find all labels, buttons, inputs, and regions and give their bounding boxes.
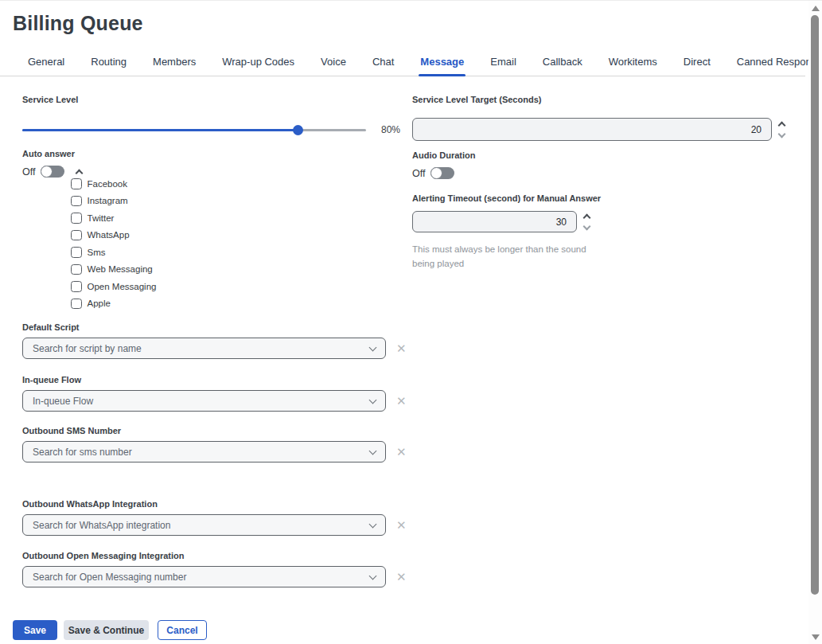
service-level-target-label: Service Level Target (Seconds): [412, 95, 810, 104]
checkbox-label: Web Messaging: [88, 264, 153, 274]
checkbox-label: Sms: [88, 248, 106, 257]
default-script-field: Default Script Search for script by name…: [22, 322, 416, 359]
stepper-down-icon[interactable]: [778, 130, 786, 138]
service-level-target-stepper: [779, 123, 785, 137]
alerting-timeout-field: Alerting Timeout (second) for Manual Ans…: [412, 193, 601, 271]
slider-fill: [22, 129, 298, 131]
tab-email[interactable]: Email: [490, 56, 516, 76]
tab-bar: General Routing Members Wrap-up Codes Vo…: [0, 53, 805, 76]
cancel-button[interactable]: Cancel: [158, 620, 207, 640]
save-and-continue-button[interactable]: Save & Continue: [64, 620, 149, 640]
checkbox-row-web-messaging[interactable]: Web Messaging: [71, 261, 156, 279]
chevron-down-icon: [369, 520, 377, 528]
chevron-down-icon: [369, 343, 377, 351]
stepper-up-icon[interactable]: [583, 213, 591, 221]
auto-answer-toggle[interactable]: [41, 166, 64, 178]
outbound-open-messaging-label: Outbound Open Messaging Integration: [22, 551, 416, 560]
vertical-scrollbar[interactable]: [808, 1, 822, 644]
tab-voice[interactable]: Voice: [321, 56, 346, 76]
service-level-slider: 80%: [22, 124, 420, 135]
checkbox-row-facebook[interactable]: Facebook: [71, 175, 156, 193]
billing-queue-page: Billing Queue General Routing Members Wr…: [0, 0, 822, 644]
stepper-down-icon[interactable]: [583, 222, 591, 230]
tab-wrap-up-codes[interactable]: Wrap-up Codes: [222, 56, 294, 76]
clear-icon[interactable]: ✕: [396, 395, 407, 407]
outbound-open-messaging-field: Outbound Open Messaging Integration Sear…: [22, 551, 416, 587]
checkbox-icon[interactable]: [71, 178, 82, 189]
clear-icon[interactable]: ✕: [396, 446, 407, 458]
outbound-whatsapp-field: Outbound WhatsApp Integration Search for…: [22, 499, 416, 536]
checkbox-row-whatsapp[interactable]: WhatsApp: [71, 227, 156, 244]
tab-members[interactable]: Members: [153, 56, 196, 76]
in-queue-flow-select[interactable]: In-queue Flow: [22, 390, 386, 412]
tab-general[interactable]: General: [28, 56, 64, 76]
clear-icon[interactable]: ✕: [396, 342, 407, 354]
clear-icon[interactable]: ✕: [396, 519, 407, 531]
default-script-select[interactable]: Search for script by name: [22, 338, 386, 359]
auto-answer-state: Off: [22, 166, 35, 178]
in-queue-flow-label: In-queue Flow: [22, 375, 416, 384]
tab-message[interactable]: Message: [420, 56, 464, 76]
outbound-sms-label: Outbound SMS Number: [22, 426, 416, 435]
service-level-target-input[interactable]: [412, 118, 772, 141]
tab-callback[interactable]: Callback: [543, 56, 582, 76]
checkbox-row-open-messaging[interactable]: Open Messaging: [71, 278, 156, 295]
alerting-timeout-input[interactable]: [412, 211, 577, 232]
audio-duration-toggle[interactable]: [430, 167, 454, 179]
checkbox-icon[interactable]: [71, 264, 82, 275]
select-placeholder: Search for Open Messaging number: [33, 572, 186, 583]
checkbox-icon[interactable]: [71, 213, 82, 224]
clear-icon[interactable]: ✕: [396, 571, 407, 583]
outbound-open-messaging-select[interactable]: Search for Open Messaging number: [22, 566, 386, 587]
checkbox-row-sms[interactable]: Sms: [71, 244, 156, 261]
alerting-timeout-stepper: [584, 215, 590, 229]
footer-actions: Save Save & Continue Cancel: [13, 620, 207, 640]
scroll-up-icon[interactable]: [812, 6, 820, 11]
audio-duration-field: Audio Duration Off: [412, 150, 475, 179]
service-level-value: 80%: [381, 124, 400, 135]
slider-thumb[interactable]: [293, 125, 303, 135]
checkbox-label: Apple: [88, 299, 111, 308]
select-placeholder: Search for sms number: [33, 447, 132, 458]
chevron-down-icon: [369, 572, 377, 580]
select-placeholder: Search for script by name: [33, 343, 142, 354]
service-level-label: Service Level: [22, 95, 420, 104]
slider-track[interactable]: [22, 129, 366, 131]
audio-duration-label: Audio Duration: [412, 150, 475, 160]
outbound-whatsapp-select[interactable]: Search for WhatsApp integration: [22, 514, 386, 536]
toggle-knob: [430, 167, 442, 179]
checkbox-label: WhatsApp: [88, 230, 130, 240]
scrollbar-thumb[interactable]: [811, 15, 819, 595]
checkbox-icon[interactable]: [71, 196, 82, 207]
auto-answer-field: Auto answer Off: [22, 149, 82, 178]
stepper-up-icon[interactable]: [778, 121, 786, 129]
checkbox-row-instagram[interactable]: Instagram: [71, 193, 156, 210]
alerting-timeout-label: Alerting Timeout (second) for Manual Ans…: [412, 193, 601, 203]
checkbox-row-twitter[interactable]: Twitter: [71, 209, 156, 227]
checkbox-label: Twitter: [88, 213, 115, 223]
checkbox-label: Facebook: [88, 179, 128, 189]
default-script-label: Default Script: [22, 322, 416, 332]
checkbox-icon[interactable]: [71, 247, 82, 258]
checkbox-icon[interactable]: [71, 230, 82, 241]
outbound-sms-field: Outbound SMS Number Search for sms numbe…: [22, 426, 416, 463]
tab-direct[interactable]: Direct: [684, 56, 711, 76]
channel-checkbox-list: Facebook Instagram Twitter WhatsApp Sms …: [71, 175, 156, 312]
save-button[interactable]: Save: [13, 620, 57, 640]
tab-workitems[interactable]: Workitems: [609, 56, 657, 76]
checkbox-label: Open Messaging: [88, 282, 157, 291]
in-queue-flow-field: In-queue Flow In-queue Flow ✕: [22, 375, 416, 412]
toggle-knob: [41, 166, 53, 178]
scroll-down-icon[interactable]: [812, 634, 820, 640]
checkbox-icon[interactable]: [71, 299, 82, 310]
tab-routing[interactable]: Routing: [91, 56, 127, 76]
select-placeholder: In-queue Flow: [33, 396, 93, 407]
checkbox-icon[interactable]: [71, 281, 82, 292]
chevron-down-icon: [369, 396, 377, 404]
select-placeholder: Search for WhatsApp integration: [33, 520, 170, 531]
checkbox-row-apple[interactable]: Apple: [71, 295, 156, 313]
service-level-target-field: Service Level Target (Seconds): [412, 95, 810, 141]
tab-chat[interactable]: Chat: [372, 56, 394, 76]
alerting-timeout-helper: This must always be longer than the soun…: [412, 242, 587, 271]
outbound-sms-select[interactable]: Search for sms number: [22, 441, 386, 463]
